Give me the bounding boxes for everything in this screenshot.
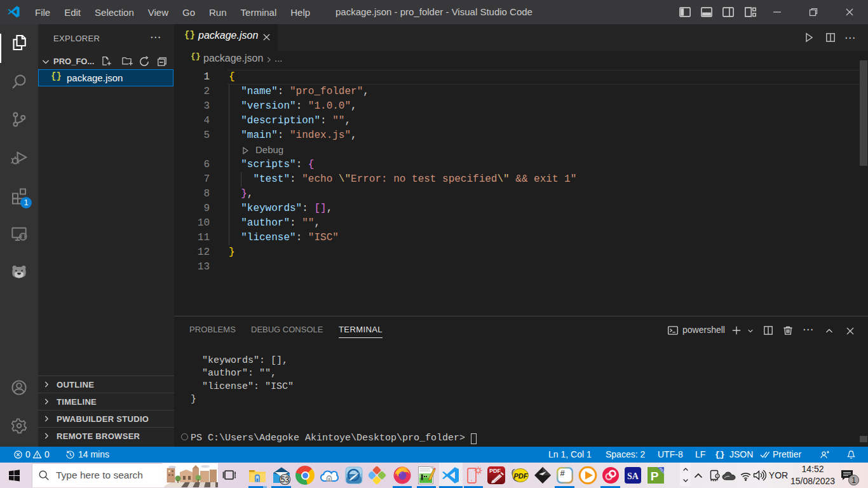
svg-text:P: P — [651, 470, 659, 483]
svg-text:53: 53 — [281, 475, 290, 484]
svg-text:SA: SA — [627, 471, 639, 481]
svg-text:#: # — [560, 468, 565, 478]
svg-text:PDF: PDF — [514, 472, 528, 480]
svg-text:PDF: PDF — [489, 468, 501, 474]
